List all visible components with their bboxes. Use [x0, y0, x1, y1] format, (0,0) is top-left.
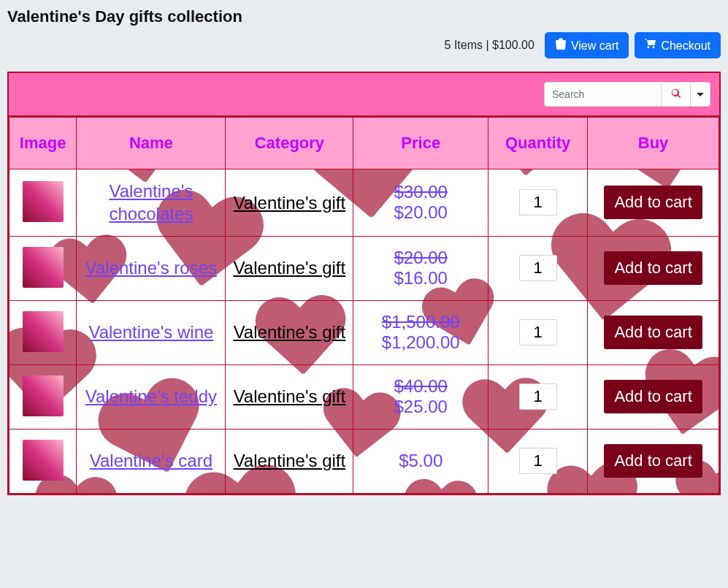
search-input[interactable]	[544, 82, 661, 107]
quantity-input[interactable]	[519, 383, 557, 410]
old-price: $40.00	[359, 376, 482, 397]
products-table-wrap: Image Name Category Price Quantity Buy V…	[7, 72, 721, 495]
col-header-image[interactable]: Image	[9, 118, 77, 169]
price: $1,200.00	[359, 332, 482, 353]
quantity-input[interactable]	[519, 189, 557, 215]
col-header-buy[interactable]: Buy	[588, 118, 719, 169]
col-header-price[interactable]: Price	[353, 118, 488, 169]
col-header-category[interactable]: Category	[226, 118, 353, 169]
price: $16.00	[359, 268, 482, 289]
checkout-label: Checkout	[661, 39, 710, 53]
col-header-quantity[interactable]: Quantity	[488, 118, 588, 169]
quantity-input[interactable]	[519, 448, 557, 474]
old-price: $30.00	[359, 182, 482, 202]
quantity-input[interactable]	[519, 255, 557, 281]
cart-summary: 5 Items | $100.00	[445, 39, 534, 52]
price: $20.00	[359, 202, 482, 223]
product-thumbnail[interactable]	[23, 375, 64, 416]
page-title: Valentine's Day gifts collection	[7, 7, 721, 26]
add-to-cart-button[interactable]: Add to cart	[604, 251, 702, 285]
bag-icon	[555, 38, 567, 53]
checkout-button[interactable]: Checkout	[635, 32, 721, 58]
product-thumbnail[interactable]	[23, 440, 64, 481]
product-name-link[interactable]: Valentine's chocolates	[83, 180, 219, 225]
add-to-cart-button[interactable]: Add to cart	[604, 316, 702, 349]
product-name-link[interactable]: Valentine's wine	[88, 321, 213, 343]
category-link[interactable]: Valentine's gift	[234, 256, 346, 279]
category-link[interactable]: Valentine's gift	[234, 449, 346, 472]
product-thumbnail[interactable]	[23, 311, 64, 352]
search-strip	[9, 73, 719, 117]
price: $5.00	[359, 451, 482, 471]
view-cart-label: View cart	[571, 39, 619, 53]
col-header-name[interactable]: Name	[77, 118, 226, 169]
caret-down-icon	[697, 93, 704, 96]
table-row: Valentine's rosesValentine's gift$20.00$…	[9, 236, 719, 300]
search-dropdown-toggle[interactable]	[690, 82, 710, 107]
search-button[interactable]	[661, 82, 690, 107]
add-to-cart-button[interactable]: Add to cart	[604, 186, 702, 219]
product-name-link[interactable]: Valentine's teddy	[85, 385, 217, 408]
table-row: Valentine's teddyValentine's gift$40.00$…	[9, 364, 719, 429]
add-to-cart-button[interactable]: Add to cart	[604, 444, 702, 478]
table-row: Valentine's cardValentine's gift$5.00Add…	[9, 429, 719, 493]
category-link[interactable]: Valentine's gift	[234, 321, 346, 343]
add-to-cart-button[interactable]: Add to cart	[604, 380, 702, 413]
top-bar: 5 Items | $100.00 View cart Checkout	[7, 32, 721, 58]
view-cart-button[interactable]: View cart	[545, 32, 629, 58]
product-name-link[interactable]: Valentine's card	[90, 449, 212, 472]
product-thumbnail[interactable]	[23, 181, 64, 222]
cart-icon	[645, 38, 656, 53]
product-name-link[interactable]: Valentine's roses	[85, 256, 217, 279]
products-table: Image Name Category Price Quantity Buy V…	[9, 117, 719, 493]
search-group	[544, 82, 710, 107]
table-row: Valentine's wineValentine's gift$1,500.0…	[9, 300, 719, 364]
table-row: Valentine's chocolatesValentine's gift$3…	[9, 169, 719, 236]
search-icon	[671, 88, 681, 101]
category-link[interactable]: Valentine's gift	[234, 191, 346, 214]
old-price: $20.00	[359, 248, 482, 268]
category-link[interactable]: Valentine's gift	[234, 385, 346, 408]
quantity-input[interactable]	[519, 319, 557, 345]
product-thumbnail[interactable]	[23, 247, 64, 288]
price: $25.00	[359, 397, 482, 417]
old-price: $1,500.00	[359, 312, 482, 332]
